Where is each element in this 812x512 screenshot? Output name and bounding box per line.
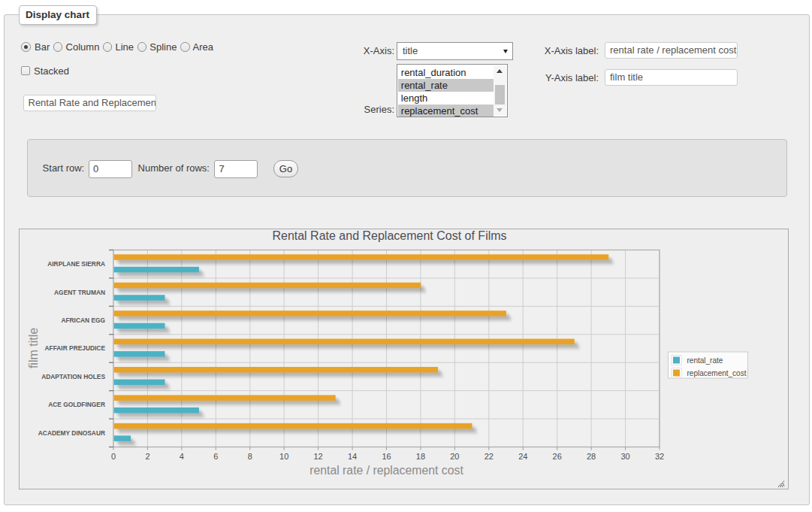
svg-text:18: 18 [415,452,424,461]
svg-text:film title: film title [27,328,40,368]
svg-text:2: 2 [145,452,149,461]
svg-text:ACADEMY DINOSAUR: ACADEMY DINOSAUR [38,429,104,437]
svg-text:26: 26 [552,452,561,461]
svg-text:ADAPTATION HOLES: ADAPTATION HOLES [41,373,105,380]
svg-text:0: 0 [110,452,115,461]
svg-text:20: 20 [450,452,459,461]
svg-text:30: 30 [620,452,629,461]
svg-text:Rental Rate and Replacement Co: Rental Rate and Replacement Cost of Film… [272,229,506,242]
svg-text:ACE GOLDFINGER: ACE GOLDFINGER [48,401,105,408]
svg-text:28: 28 [586,452,595,461]
svg-text:AFFAIR PREJUDICE: AFFAIR PREJUDICE [44,344,105,352]
svg-text:rental_rate: rental_rate [687,356,723,365]
svg-text:14: 14 [347,452,356,461]
svg-text:AFRICAN EGG: AFRICAN EGG [61,317,105,324]
svg-text:6: 6 [213,452,218,461]
svg-text:22: 22 [484,452,493,461]
svg-text:AGENT TRUMAN: AGENT TRUMAN [54,289,105,296]
svg-text:24: 24 [518,452,527,461]
svg-text:replacement_cost: replacement_cost [687,369,746,377]
svg-text:rental rate / replacement cost: rental rate / replacement cost [309,464,463,477]
svg-text:AIRPLANE SIERRA: AIRPLANE SIERRA [47,260,105,268]
svg-text:10: 10 [279,452,288,461]
svg-text:8: 8 [247,452,252,461]
svg-text:16: 16 [382,452,391,461]
svg-text:32: 32 [654,452,663,461]
svg-text:4: 4 [179,452,183,461]
svg-text:12: 12 [313,452,322,461]
